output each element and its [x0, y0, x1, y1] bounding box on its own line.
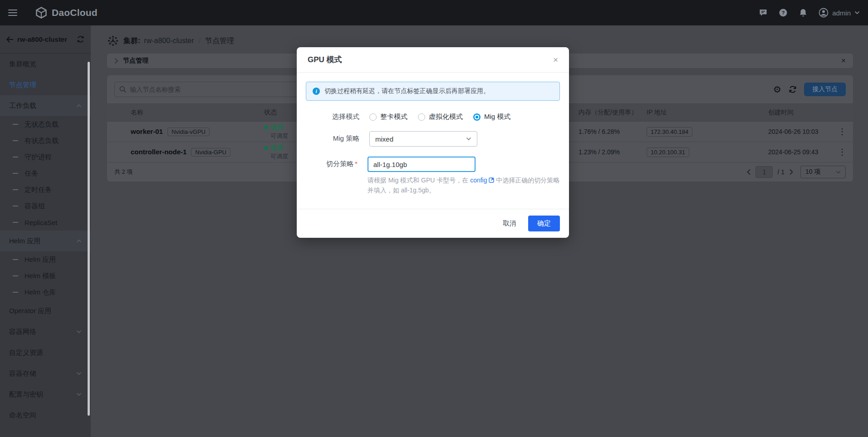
- help-icon[interactable]: ?: [779, 8, 788, 17]
- mig-strategy-label: Mig 策略: [306, 131, 359, 147]
- notifications-bell-icon[interactable]: [799, 8, 808, 17]
- ip-badge: 172.30.40.184: [647, 127, 692, 137]
- policy-hint: 请根据 Mig 模式和 GPU 卡型号，在 config 中选择正确的切分策略并…: [368, 176, 560, 195]
- mig-strategy-select[interactable]: mixed: [369, 131, 477, 147]
- split-policy-input[interactable]: [368, 157, 476, 172]
- col-created: 创建时间: [761, 108, 838, 117]
- node-name-link[interactable]: worker-01: [131, 128, 163, 135]
- status-dot-icon: [264, 146, 268, 150]
- page-prev-icon[interactable]: [747, 169, 751, 175]
- back-arrow-icon[interactable]: [6, 36, 14, 43]
- col-name: 名称: [107, 108, 257, 117]
- brand-name: DaoCloud: [52, 7, 98, 18]
- top-navbar: DaoCloud ? admin: [0, 0, 868, 25]
- sidebar-item-custom-resources[interactable]: 自定义资源: [0, 342, 91, 363]
- created-time: 2024-06-26 10:03: [761, 128, 838, 135]
- node-name-link[interactable]: controller-node-1: [131, 148, 186, 156]
- sidebar-item-container-storage[interactable]: 容器存储: [0, 363, 91, 384]
- sidebar-item-helm-templates[interactable]: Helm 模板: [0, 268, 91, 284]
- breadcrumb-cluster-name[interactable]: rw-a800-cluster: [144, 37, 194, 45]
- chevron-down-icon: [854, 11, 860, 15]
- chevron-up-icon: [76, 104, 82, 108]
- navbar-actions: ? admin: [759, 8, 860, 18]
- mode-radio-group: 整卡模式 虚拟化模式 Mig 模式: [369, 113, 510, 121]
- sidebar-item-helm-apps[interactable]: Helm 应用: [0, 251, 91, 268]
- radio-mig-mode[interactable]: Mig 模式: [473, 113, 510, 121]
- memory-usage: 1.76% / 6.28%: [571, 128, 639, 135]
- split-policy-row: 切分策略* 请根据 Mig 模式和 GPU 卡型号，在 config 中选择正确…: [306, 157, 560, 195]
- sidebar-item-cronjobs[interactable]: 定时任务: [0, 182, 91, 198]
- sidebar-item-container-network[interactable]: 容器网络: [0, 321, 91, 342]
- mode-select-label: 选择模式: [306, 113, 359, 121]
- toolbar-actions: ⚙ 接入节点: [773, 83, 846, 96]
- sidebar-item-jobs[interactable]: 任务: [0, 165, 91, 182]
- total-count: 共 2 项: [114, 168, 132, 176]
- col-ip: IP 地址: [639, 108, 761, 117]
- close-icon[interactable]: ×: [553, 55, 558, 64]
- dash-icon: [13, 259, 18, 260]
- sidebar-section-workloads[interactable]: 工作负载: [0, 95, 91, 116]
- info-icon: i: [313, 88, 320, 95]
- page-next-icon[interactable]: [789, 169, 793, 175]
- close-icon[interactable]: ×: [841, 56, 846, 65]
- sidebar-item-replicaset[interactable]: ReplicaSet: [0, 214, 91, 231]
- row-menu-icon[interactable]: ⋮: [838, 147, 846, 157]
- chevron-down-icon: [76, 330, 82, 334]
- sidebar-section-helm[interactable]: Helm 应用: [0, 231, 91, 251]
- ip-badge: 10.20.100.31: [647, 147, 689, 157]
- sidebar-item-operator-apps[interactable]: Operator 应用: [0, 300, 91, 321]
- mig-strategy-row: Mig 策略 mixed: [306, 131, 560, 147]
- cancel-button[interactable]: 取消: [503, 219, 516, 228]
- sidebar: rw-a800-cluster 集群概览 节点管理 工作负载 无状态负载 有状态…: [0, 25, 91, 437]
- radio-full-card-mode[interactable]: 整卡模式: [369, 113, 407, 121]
- refresh-icon[interactable]: [789, 85, 797, 93]
- col-memory: 内存（分配/使用率）: [571, 108, 639, 117]
- sidebar-item-pods[interactable]: 容器组: [0, 198, 91, 214]
- gpu-type-badge: Nvidia-GPU: [191, 148, 230, 157]
- dash-icon: [13, 189, 18, 190]
- sidebar-item-helm-repos[interactable]: Helm 仓库: [0, 284, 91, 300]
- dash-icon: [13, 140, 18, 141]
- sidebar-scrollbar[interactable]: [88, 62, 90, 416]
- mode-select-row: 选择模式 整卡模式 虚拟化模式 Mig 模式: [306, 113, 560, 121]
- modal-title: GPU 模式: [308, 54, 342, 65]
- page-total: / 1: [777, 168, 785, 176]
- page-number-input[interactable]: [755, 166, 773, 178]
- dash-icon: [13, 173, 18, 174]
- sidebar-item-stateless[interactable]: 无状态负载: [0, 116, 91, 133]
- gear-icon[interactable]: ⚙: [773, 85, 781, 94]
- radio-virtualization-mode[interactable]: 虚拟化模式: [418, 113, 463, 121]
- dash-icon: [13, 206, 18, 206]
- dash-icon: [13, 124, 18, 125]
- chat-icon[interactable]: [759, 8, 768, 17]
- radio-icon: [418, 113, 425, 121]
- page-size-select[interactable]: 10 项: [800, 166, 846, 178]
- user-menu[interactable]: admin: [819, 8, 860, 18]
- breadcrumb-page: 节点管理: [205, 36, 234, 46]
- row-menu-icon[interactable]: ⋮: [838, 127, 846, 136]
- search-icon: [119, 86, 126, 93]
- sidebar-item-config-secrets[interactable]: 配置与密钥: [0, 384, 91, 405]
- gpu-mode-form: 选择模式 整卡模式 虚拟化模式 Mig 模式: [306, 113, 560, 195]
- svg-text:?: ?: [782, 10, 785, 15]
- breadcrumb-separator: /: [199, 37, 201, 45]
- sidebar-nav: 集群概览 节点管理 工作负载 无状态负载 有状态负载 守护进程 任务 定时任务 …: [0, 54, 91, 426]
- sidebar-item-namespaces[interactable]: 命名空间: [0, 405, 91, 426]
- dash-icon: [13, 157, 18, 157]
- sidebar-item-stateful[interactable]: 有状态负载: [0, 133, 91, 149]
- confirm-button[interactable]: 确定: [528, 216, 560, 231]
- switch-cluster-icon[interactable]: [77, 36, 84, 43]
- chevron-down-icon: [76, 393, 82, 396]
- modal-header: GPU 模式 ×: [297, 47, 569, 73]
- radio-checked-icon: [473, 113, 481, 121]
- sidebar-item-daemonset[interactable]: 守护进程: [0, 149, 91, 165]
- config-link[interactable]: config: [470, 177, 494, 184]
- dash-icon: [13, 222, 18, 223]
- join-node-button[interactable]: 接入节点: [804, 83, 846, 96]
- sidebar-item-cluster-overview[interactable]: 集群概览: [0, 54, 91, 74]
- dash-icon: [13, 292, 18, 293]
- sidebar-item-node-management[interactable]: 节点管理: [0, 74, 91, 95]
- breadcrumb-cluster-label: 集群:: [123, 36, 140, 46]
- brand-logo[interactable]: DaoCloud: [35, 7, 98, 19]
- hamburger-menu-icon[interactable]: [8, 10, 17, 16]
